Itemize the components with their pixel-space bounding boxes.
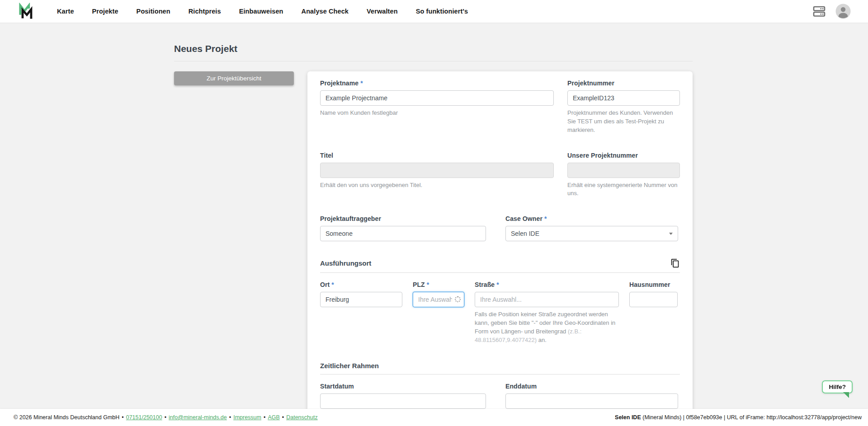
nav-item-einbauweisen[interactable]: Einbauweisen [239,8,283,15]
strasse-input[interactable] [475,292,619,307]
user-avatar-icon[interactable] [835,4,851,19]
hausnummer-field: Hausnummer [629,281,678,344]
startdatum-label: Startdatum [320,383,486,390]
titel-helper: Erhält den von uns vorgegebenen Titel. [320,181,554,190]
top-navbar: Karte Projekte Positionen Richtpreis Ein… [0,0,868,23]
nav-item-so-funktionierts[interactable]: So funktioniert's [416,8,468,15]
footer-link-datenschutz[interactable]: Datenschutz [286,414,317,421]
case-owner-select[interactable]: Selen IDE [505,226,678,241]
ausfuehrungsort-divider [320,272,680,273]
copy-icon[interactable] [670,258,680,268]
case-owner-value: Selen IDE [511,230,539,237]
ausfuehrungsort-title: Ausführungsort [320,259,371,267]
projektnummer-input[interactable] [567,90,680,106]
case-owner-field: Case Owner* Selen IDE [505,215,678,241]
projektauftraggeber-label: Projektauftraggeber [320,215,486,222]
footer-copyright: © 2026 Mineral Minds Deutschland GmbH [14,414,119,421]
nav-item-richtpreis[interactable]: Richtpreis [189,8,221,15]
footer-link-agb[interactable]: AGB [268,414,279,421]
projektnummer-label: Projektnummer [567,80,680,87]
footer-link-email[interactable]: info@mineral-minds.de [169,414,227,421]
nav-item-verwalten[interactable]: Verwalten [367,8,398,15]
required-marker: * [331,281,334,288]
projektname-label: Projektname* [320,80,554,87]
enddatum-input[interactable] [505,393,678,409]
strasse-helper: Falls die Position keiner Straße zugeord… [475,310,619,344]
zeitlicher-rahmen-divider [320,374,680,375]
title-divider [174,61,693,61]
ort-label: Ort* [320,281,402,288]
enddatum-label: Enddatum [505,383,678,390]
projektauftraggeber-field: Projektauftraggeber [320,215,486,241]
footer-link-impressum[interactable]: Impressum [233,414,261,421]
chevron-down-icon [669,233,673,235]
titel-input [320,163,554,178]
required-marker: * [496,281,499,288]
plz-field: PLZ* [413,281,464,344]
project-overview-button[interactable]: Zur Projektübersicht [174,71,294,85]
project-form-card: Projektname* Name vom Kunden festlegbar … [307,71,693,409]
footer: © 2026 Mineral Minds Deutschland GmbH • … [0,409,868,426]
nav-item-projekte[interactable]: Projekte [92,8,118,15]
page-title: Neues Projekt [174,43,693,54]
main-menu: Karte Projekte Positionen Richtpreis Ein… [57,8,468,15]
required-marker: * [427,281,429,288]
footer-session-info: Selen IDE (Mineral Minds) | 0f58e7eb093e… [615,414,862,421]
titel-label: Titel [320,152,554,159]
projektauftraggeber-input[interactable] [320,226,486,241]
required-marker: * [544,215,547,222]
unsere-projektnummer-field: Unsere Projektnummer Erhält eine systemg… [567,152,680,198]
unsere-projektnummer-input [567,163,680,178]
projektname-field: Projektname* Name vom Kunden festlegbar [320,80,554,135]
startdatum-field: Startdatum [320,383,486,409]
navbar-right [813,4,851,19]
ausfuehrungsort-section-header: Ausführungsort [320,258,680,268]
zeitlicher-rahmen-section-header: Zeitlicher Rahmen [320,362,680,370]
nav-item-analyse-check[interactable]: Analyse Check [302,8,349,15]
titel-field: Titel Erhält den von uns vorgegebenen Ti… [320,152,554,198]
page-content: Neues Projekt Zur Projektübersicht Proje… [0,23,868,409]
unsere-projektnummer-label: Unsere Projektnummer [567,152,680,159]
mineral-minds-logo-icon[interactable] [16,2,34,20]
plz-label: PLZ* [413,281,464,288]
projektnummer-field: Projektnummer Projektnummer des Kunden. … [567,80,680,135]
footer-link-phone[interactable]: 07151/250100 [126,414,162,421]
strasse-label: Straße* [475,281,619,288]
server-icon[interactable] [813,5,826,17]
nav-item-karte[interactable]: Karte [57,8,74,15]
help-button[interactable]: Hilfe? [822,380,853,393]
ort-input[interactable] [320,292,402,307]
enddatum-field: Enddatum [505,383,678,409]
strasse-field: Straße* Falls die Position keiner Straße… [475,281,619,344]
footer-left: © 2026 Mineral Minds Deutschland GmbH • … [14,414,318,421]
ort-field: Ort* [320,281,402,344]
unsere-projektnummer-helper: Erhält eine systemgenerierte Nummer von … [567,181,680,198]
startdatum-input[interactable] [320,393,486,409]
hausnummer-label: Hausnummer [629,281,678,288]
help-button-label: Hilfe? [829,384,846,390]
hausnummer-input[interactable] [629,292,678,307]
nav-item-positionen[interactable]: Positionen [137,8,170,15]
case-owner-label: Case Owner* [505,215,678,222]
projektnummer-helper: Projektnummer des Kunden. Verwenden Sie … [567,109,680,135]
zeitlicher-rahmen-title: Zeitlicher Rahmen [320,362,379,370]
projektname-input[interactable] [320,90,554,106]
required-marker: * [360,80,363,87]
projektname-helper: Name vom Kunden festlegbar [320,109,554,117]
